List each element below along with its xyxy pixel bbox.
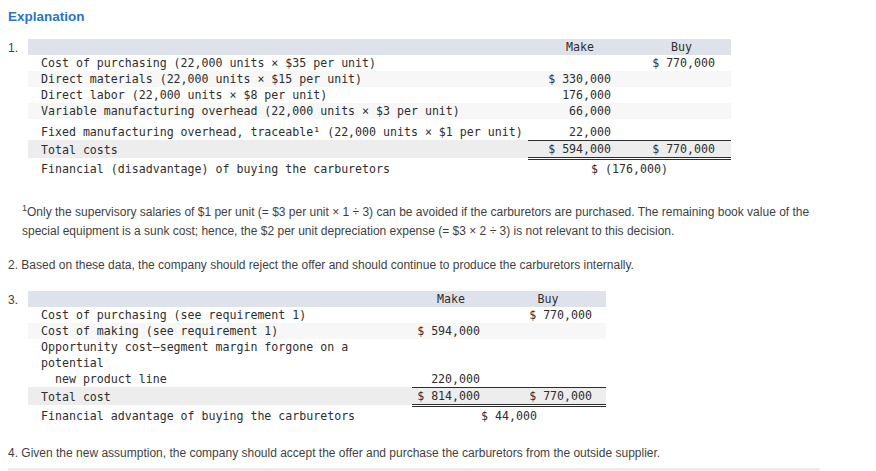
make-value: 22,000 xyxy=(528,119,632,140)
table-header-row: Make Buy xyxy=(28,39,731,55)
row-label: Direct labor (22,000 units × $8 per unit… xyxy=(28,87,528,103)
footnote-1: 1Only the supervisory salaries of $1 per… xyxy=(22,199,830,241)
row-label: Cost of purchasing (see requirement 1) xyxy=(28,307,412,323)
row-label: Financial (disadvantage) of buying the c… xyxy=(28,158,528,177)
make-total-value: $ 594,000 xyxy=(528,140,632,158)
buy-column-header: Buy xyxy=(632,39,731,55)
buy-value xyxy=(490,323,606,339)
make-value: $ 594,000 xyxy=(412,323,490,339)
result-value: $ (176,000) xyxy=(528,158,731,177)
description-column-header xyxy=(28,39,528,55)
buy-column-header: Buy xyxy=(490,291,606,307)
total-row: Total costs $ 594,000 $ 770,000 xyxy=(28,140,731,158)
buy-total-value: $ 770,000 xyxy=(632,140,731,158)
make-value xyxy=(412,307,490,323)
result-row: Financial advantage of buying the carbur… xyxy=(28,405,606,424)
make-value: 176,000 xyxy=(528,87,632,103)
buy-value xyxy=(632,103,731,119)
point-2: 2. Based on these data, the company shou… xyxy=(8,258,876,272)
row-label: Total costs xyxy=(28,140,528,158)
table-header-row: Make Buy xyxy=(28,291,606,307)
table-row: Direct materials (22,000 units × $15 per… xyxy=(28,71,731,87)
buy-value xyxy=(632,87,731,103)
make-column-header: Make xyxy=(528,39,632,55)
requirement-1-number: 1. xyxy=(8,39,28,55)
buy-value xyxy=(490,339,606,387)
result-row: Financial (disadvantage) of buying the c… xyxy=(28,158,731,177)
make-value xyxy=(528,55,632,71)
buy-value xyxy=(632,71,731,87)
page-title: Explanation xyxy=(0,0,876,26)
footnote-text: Only the supervisory salaries of $1 per … xyxy=(22,205,809,238)
explanation-panel: Explanation 1. Make Buy Cost of purchasi… xyxy=(0,0,876,471)
requirement-1-section: 1. Make Buy Cost of purchasing (22,000 u… xyxy=(0,39,876,177)
requirement-3-section: 3. Make Buy Cost of purchasing (see requ… xyxy=(0,291,876,424)
row-label: Total cost xyxy=(28,387,412,405)
row-label: Opportunity cost—segment margin forgone … xyxy=(28,339,412,387)
row-label: Variable manufacturing overhead (22,000 … xyxy=(28,103,528,119)
buy-value: $ 770,000 xyxy=(490,307,606,323)
table-row: Variable manufacturing overhead (22,000 … xyxy=(28,103,731,119)
table-row: Fixed manufacturing overhead, traceable¹… xyxy=(28,119,731,140)
total-row: Total cost $ 814,000 $ 770,000 xyxy=(28,387,606,405)
requirement-1-table: Make Buy Cost of purchasing (22,000 unit… xyxy=(28,39,731,177)
make-value: $ 330,000 xyxy=(528,71,632,87)
row-label: Cost of making (see requirement 1) xyxy=(28,323,412,339)
point-4: 4. Given the new assumption, the company… xyxy=(8,446,876,460)
row-label: Financial advantage of buying the carbur… xyxy=(28,405,412,424)
make-total-value: $ 814,000 xyxy=(412,387,490,405)
row-label: Fixed manufacturing overhead, traceable¹… xyxy=(28,119,528,140)
table-row: Cost of making (see requirement 1) $ 594… xyxy=(28,323,606,339)
table-row: Opportunity cost—segment margin forgone … xyxy=(28,339,606,387)
table-row: Direct labor (22,000 units × $8 per unit… xyxy=(28,87,731,103)
requirement-3-number: 3. xyxy=(8,291,28,307)
row-label: Cost of purchasing (22,000 units × $35 p… xyxy=(28,55,528,71)
make-value: 220,000 xyxy=(412,339,490,387)
table-row: Cost of purchasing (see requirement 1) $… xyxy=(28,307,606,323)
table-row: Cost of purchasing (22,000 units × $35 p… xyxy=(28,55,731,71)
description-column-header xyxy=(28,291,412,307)
result-value: $ 44,000 xyxy=(412,405,606,424)
buy-total-value: $ 770,000 xyxy=(490,387,606,405)
requirement-3-table: Make Buy Cost of purchasing (see require… xyxy=(28,291,606,424)
row-label: Direct materials (22,000 units × $15 per… xyxy=(28,71,528,87)
buy-value: $ 770,000 xyxy=(632,55,731,71)
buy-value xyxy=(632,119,731,140)
make-value: 66,000 xyxy=(528,103,632,119)
make-column-header: Make xyxy=(412,291,490,307)
